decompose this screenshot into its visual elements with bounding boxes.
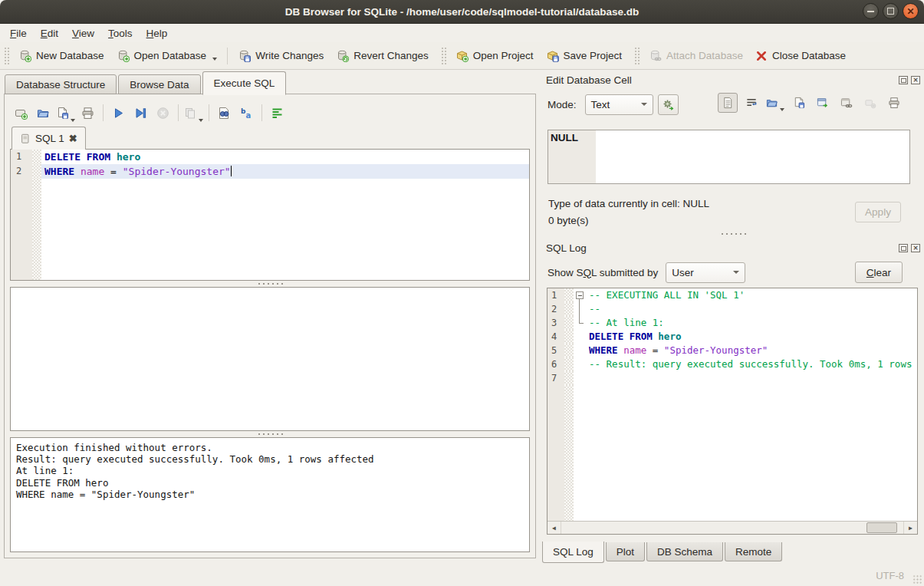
code-line[interactable]: 1-- EXECUTING ALL IN 'SQL 1' [547, 288, 917, 302]
write-changes-icon [238, 49, 251, 62]
log-filter-value: User [672, 267, 694, 278]
code-line[interactable]: 1DELETE FROM hero [11, 150, 529, 164]
copy-results-button[interactable] [182, 102, 205, 123]
new-sql-tab-button[interactable] [10, 102, 32, 123]
stop-execution-button[interactable] [152, 102, 174, 123]
sql-log-title: SQL Log [546, 242, 587, 254]
write-changes-button[interactable]: Write Changes [232, 45, 330, 66]
fold-margin [574, 385, 586, 521]
toolbar-handle[interactable] [441, 47, 447, 65]
minimize-button[interactable] [863, 3, 879, 19]
copy-link-button[interactable] [837, 93, 857, 113]
sql-log-box[interactable]: 1-- EXECUTING ALL IN 'SQL 1'2--3-- At li… [547, 288, 918, 535]
horizontal-scrollbar[interactable]: ◀ ▶ [547, 521, 917, 534]
float-dock-icon[interactable] [899, 76, 908, 84]
toolbar-handle[interactable] [634, 47, 640, 65]
tab-db-schema[interactable]: DB Schema [646, 542, 723, 561]
code-line[interactable]: 2-- [547, 302, 917, 316]
splitter-handle[interactable] [541, 231, 924, 237]
open-sql-file-button[interactable] [32, 102, 54, 123]
line-number: 2 [11, 164, 32, 179]
auto-format-button[interactable]: ba [235, 102, 258, 123]
code-line[interactable]: 5WHERE name = "Spider-Youngster" [547, 344, 917, 357]
fold-margin[interactable] [574, 302, 586, 316]
code-line[interactable]: 3-- At line 1: [547, 316, 917, 330]
sql-toolbar: ba [10, 100, 530, 126]
new-database-button[interactable]: New Database [12, 45, 110, 66]
code-line[interactable]: 7 [547, 371, 917, 385]
cell-value-editor[interactable]: NULL [547, 130, 910, 184]
maximize-button[interactable] [883, 3, 899, 19]
sql-tab[interactable]: SQL 1 ✖ [12, 127, 86, 150]
close-tab-icon[interactable]: ✖ [69, 133, 77, 144]
sql-editor[interactable]: 1DELETE FROM hero2WHERE name = "Spider-Y… [10, 149, 530, 281]
import-cell-data-button[interactable] [765, 93, 785, 113]
tab-sql-log[interactable]: SQL Log [542, 542, 604, 563]
fold-margin[interactable] [574, 316, 586, 330]
clear-log-button[interactable]: Clear [855, 262, 903, 283]
main-toolbar: New Database Open Database Write Changes… [0, 42, 924, 70]
app-window: { "titlebar": { "title": "DB Browser for… [0, 0, 924, 586]
tab-remote[interactable]: Remote [725, 542, 782, 561]
save-sql-file-button[interactable] [54, 102, 77, 123]
menu-view[interactable]: View [65, 26, 101, 41]
close-database-label: Close Database [772, 50, 846, 61]
open-project-button[interactable]: Open Project [449, 45, 540, 66]
results-grid[interactable] [10, 287, 530, 431]
chevron-down-icon [71, 119, 75, 122]
print-sql-button[interactable] [77, 102, 99, 123]
tab-database-structure[interactable]: Database Structure [5, 74, 117, 94]
fold-margin[interactable] [574, 288, 586, 302]
export-cell-data-button[interactable] [789, 93, 809, 113]
toolbar-handle[interactable] [4, 47, 10, 65]
find-replace-button[interactable] [213, 102, 235, 123]
revert-changes-button[interactable]: Revert Changes [330, 45, 435, 66]
splitter-handle[interactable] [10, 281, 530, 287]
open-in-external-app-button[interactable] [813, 93, 833, 113]
titlebar[interactable]: DB Browser for SQLite - /home/user/code/… [0, 0, 924, 24]
menu-file[interactable]: File [3, 26, 34, 41]
code-line[interactable]: 4DELETE FROM hero [547, 330, 917, 344]
close-dock-icon[interactable]: ✕ [911, 244, 920, 252]
scrollbar-thumb[interactable] [866, 522, 897, 533]
word-wrap-button[interactable] [266, 102, 288, 123]
scrollbar-track[interactable] [561, 522, 903, 534]
cell-size-info: 0 byte(s) [548, 215, 589, 226]
close-dock-icon[interactable]: ✕ [911, 76, 920, 84]
scroll-left-icon[interactable]: ◀ [547, 522, 561, 534]
tab-execute-sql[interactable]: Execute SQL [202, 71, 287, 95]
sql-log-lines: 1-- EXECUTING ALL IN 'SQL 1'2--3-- At li… [547, 288, 917, 521]
word-wrap-cell-button[interactable] [742, 93, 761, 113]
cell-mode-row: Mode: Text [547, 93, 679, 116]
close-window-button[interactable]: ✕ [903, 3, 919, 19]
open-database-button[interactable]: Open Database [110, 45, 224, 66]
gutter-hatch [564, 288, 574, 302]
close-database-button[interactable]: Close Database [749, 46, 852, 66]
menu-tools[interactable]: Tools [101, 26, 140, 41]
print-cell-button[interactable] [884, 93, 904, 113]
code-line[interactable]: 2WHERE name = "Spider-Youngster" [11, 164, 529, 179]
execute-sql-panel: ba SQL 1 ✖ 1DELETE FROM hero2WHERE name … [4, 94, 536, 558]
execute-all-button[interactable] [107, 102, 130, 123]
auto-switch-mode-button[interactable] [658, 94, 679, 115]
tab-plot[interactable]: Plot [606, 542, 645, 561]
set-null-button[interactable] [860, 93, 880, 113]
save-project-button[interactable]: Save Project [540, 45, 629, 66]
results-message[interactable]: Execution finished without errors.Result… [10, 437, 530, 552]
execute-current-line-button[interactable] [130, 102, 152, 123]
apply-button[interactable]: Apply [855, 202, 901, 222]
attach-database-button[interactable]: Attach Database [643, 45, 749, 66]
log-filter-select[interactable]: User [666, 262, 745, 283]
text-mode-toggle[interactable] [718, 93, 738, 113]
menu-help[interactable]: Help [140, 26, 175, 41]
menu-edit[interactable]: Edit [34, 26, 65, 41]
resize-grip[interactable] [912, 574, 922, 584]
splitter-handle[interactable] [10, 431, 530, 437]
code-line[interactable]: 6-- Result: query executed successfully.… [547, 357, 917, 371]
message-line: DELETE FROM hero [16, 477, 524, 489]
chevron-down-icon[interactable] [212, 58, 217, 61]
float-dock-icon[interactable] [899, 244, 908, 252]
scroll-right-icon[interactable]: ▶ [903, 522, 917, 534]
mode-select[interactable]: Text [585, 94, 653, 115]
tab-browse-data[interactable]: Browse Data [118, 74, 200, 94]
